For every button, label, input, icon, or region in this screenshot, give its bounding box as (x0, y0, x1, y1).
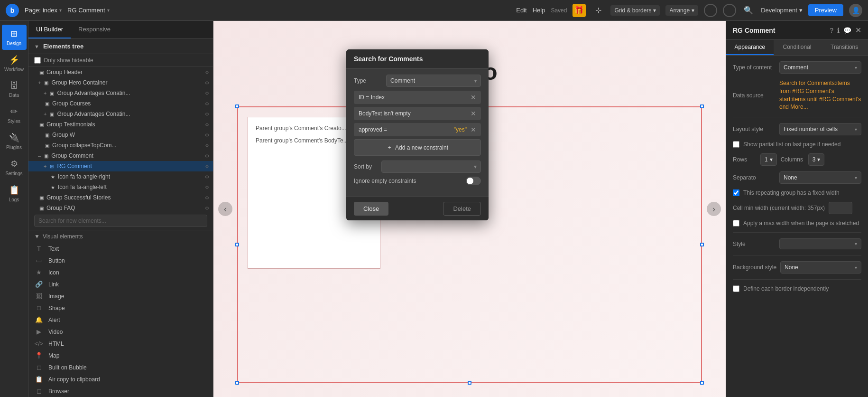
id-constraint-delete-icon[interactable]: ✕ (471, 94, 476, 101)
nav-arrow-left[interactable]: ‹ (218, 202, 232, 216)
only-show-checkbox[interactable] (34, 57, 41, 64)
tree-item-advantages2[interactable]: + ▣ Group Advantages Conatin... ⚙ (28, 109, 213, 119)
tree-item-courses[interactable]: ▣ Group Courses ⚙ (28, 98, 213, 109)
sidebar-item-design[interactable]: ⊞ Design (2, 25, 27, 50)
search-button[interactable]: 🔍 (742, 4, 755, 17)
visual-item-image[interactable]: 🖼 Image (28, 290, 213, 302)
tree-item-group-hero[interactable]: + ▣ Group Hero Container ⚙ (28, 77, 213, 88)
modal-delete-button[interactable]: Delete (443, 202, 481, 216)
tree-toggle-icon[interactable]: ▼ (34, 44, 39, 49)
visual-item-map[interactable]: 📍 Map (28, 350, 213, 361)
tree-item-icon-angle-right[interactable]: ★ Icon fa fa-angle-right ⚙ (28, 171, 213, 182)
tree-item-successful-stories[interactable]: ▣ Group Successful Stories ⚙ (28, 192, 213, 203)
tree-item-testimonials[interactable]: ▣ Group Testimonials ⚙ (28, 119, 213, 130)
sidebar-item-workflow[interactable]: ⚡ Workflow (2, 51, 27, 76)
visual-item-browser[interactable]: ◻ Browser (28, 385, 213, 397)
border-checkbox[interactable] (733, 285, 739, 292)
tab-ui-builder[interactable]: UI Builder (28, 21, 71, 38)
tab-conditional[interactable]: Conditional (774, 40, 821, 55)
rows-select[interactable]: 1 ▾ (760, 153, 777, 166)
tree-item-advantages1[interactable]: + ▣ Group Advantages Conatin... ⚙ (28, 88, 213, 98)
visual-item-html[interactable]: </> HTML (28, 338, 213, 350)
tab-transitions[interactable]: Transitions (821, 40, 868, 55)
layout-style-select[interactable]: Fixed number of cells ▾ (779, 123, 861, 135)
sidebar-item-plugins[interactable]: 🔌 Plugins (2, 129, 27, 154)
columns-select[interactable]: 3 ▾ (808, 153, 825, 166)
dev-selector[interactable]: Development ▾ (761, 7, 803, 14)
element-selector[interactable]: RG Comment ▾ (67, 7, 109, 14)
bodytext-constraint-delete-icon[interactable]: ✕ (471, 110, 476, 117)
separator-select[interactable]: None ▾ (779, 171, 861, 184)
tab-responsive[interactable]: Responsive (71, 21, 118, 38)
canvas[interactable]: Beco Parent group's Comment's Creato... … (213, 21, 726, 397)
type-content-chevron-icon: ▾ (855, 65, 857, 70)
tree-item-group-w[interactable]: ▣ Group W ⚙ (28, 130, 213, 140)
modal-close-button[interactable]: Close (354, 202, 388, 216)
approved-constraint-delete-icon[interactable]: ✕ (471, 126, 476, 133)
tree-item-collapse-top[interactable]: ▣ Group collapseTopCom... ⚙ (28, 140, 213, 151)
edit-button[interactable]: Edit (516, 7, 526, 14)
rows-label: Rows (733, 156, 757, 163)
visual-item-icon[interactable]: ★ Icon (28, 266, 213, 278)
type-of-content-select[interactable]: Comment ▾ (779, 61, 861, 74)
sidebar-item-settings[interactable]: ⚙ Settings (2, 155, 27, 180)
style-select[interactable]: ▾ (779, 238, 861, 249)
tree-item-icon-angle-left[interactable]: ★ Icon fa fa-angle-left ⚙ (28, 182, 213, 192)
approved-value-text: "yes" (454, 126, 467, 133)
advantages1-expand-icon: + (44, 90, 46, 96)
redo-button[interactable] (723, 4, 736, 17)
visual-item-shape[interactable]: □ Shape (28, 302, 213, 314)
nav-arrow-right[interactable]: › (707, 202, 721, 216)
left-panel: UI Builder Responsive ▼ Elements tree On… (28, 21, 213, 397)
bubble-logo[interactable]: b (6, 4, 19, 17)
cell-min-width-input[interactable]: 235 (829, 202, 852, 214)
constraint-id[interactable]: ID = Index ✕ (354, 91, 481, 104)
type-select[interactable]: Comment ▾ (386, 75, 481, 87)
plugins-label: Plugins (6, 145, 22, 150)
image-element-icon: 🖼 (34, 293, 44, 300)
visual-item-button[interactable]: ▭ Button (28, 255, 213, 266)
sidebar-item-logs[interactable]: 📋 Logs (2, 181, 27, 206)
info-icon[interactable]: ℹ (837, 27, 840, 34)
user-avatar[interactable]: 👤 (849, 4, 862, 17)
map-element-label: Map (48, 352, 59, 359)
visual-item-link[interactable]: 🔗 Link (28, 278, 213, 290)
tree-item-group-header[interactable]: ▣ Group Header ⚙ (28, 67, 213, 77)
bg-style-select[interactable]: None ▾ (780, 261, 861, 274)
gift-button[interactable]: 🎁 (573, 4, 586, 17)
sidebar-item-data[interactable]: 🗄 Data (2, 77, 27, 102)
visual-item-built-on-bubble[interactable]: ◻ Built on Bubble (28, 361, 213, 373)
right-panel-close-icon[interactable]: ✕ (855, 26, 861, 35)
visual-elements-header[interactable]: ▼ Visual elements (28, 230, 213, 243)
max-width-checkbox[interactable] (733, 220, 739, 227)
rg-comment-icon: ⊞ (48, 163, 55, 170)
visual-item-air-copy[interactable]: 📋 Air copy to clipboard (28, 373, 213, 385)
fixed-width-checkbox[interactable] (733, 189, 739, 196)
fixed-width-label: This repeating group has a fixed width (743, 189, 840, 196)
sidebar-item-styles[interactable]: ✏ Styles (2, 103, 27, 128)
preview-button[interactable]: Preview (808, 4, 843, 16)
tab-appearance[interactable]: Appearance (726, 40, 774, 55)
help-button[interactable]: Help (533, 7, 545, 14)
sort-select[interactable]: ▾ (381, 161, 481, 173)
comment-icon[interactable]: 💬 (843, 27, 851, 34)
ignore-toggle[interactable] (466, 177, 481, 185)
help-circle-icon[interactable]: ? (830, 27, 833, 34)
constraint-approved[interactable]: approved = "yes" ✕ (354, 123, 481, 136)
search-elements-input[interactable] (34, 215, 207, 227)
cursor-icon[interactable]: ⊹ (591, 4, 605, 17)
visual-item-video[interactable]: ▶ Video (28, 326, 213, 338)
visual-item-text[interactable]: T Text (28, 243, 213, 255)
page-selector[interactable]: Page: index ▾ (25, 7, 62, 14)
arrange-button[interactable]: Arrange ▾ (665, 5, 698, 16)
visual-item-alert[interactable]: 🔔 Alert (28, 314, 213, 326)
undo-button[interactable] (704, 4, 717, 17)
show-partial-checkbox[interactable] (733, 141, 739, 148)
tree-item-faq[interactable]: ▣ Group FAQ ⚙ (28, 203, 213, 212)
grid-borders-button[interactable]: Grid & borders ▾ (610, 5, 660, 16)
tree-item-rg-comment[interactable]: + ⊞ RG Comment ⚙ (28, 161, 213, 171)
add-constraint-button[interactable]: ＋ Add a new constraint (354, 139, 481, 156)
tree-item-group-comment[interactable]: – ▣ Group Comment ⚙ (28, 151, 213, 161)
constraint-bodytext[interactable]: BodyText isn't empty ✕ (354, 107, 481, 120)
data-source-value[interactable]: Search for Comments:items from #RG Comme… (779, 79, 861, 111)
